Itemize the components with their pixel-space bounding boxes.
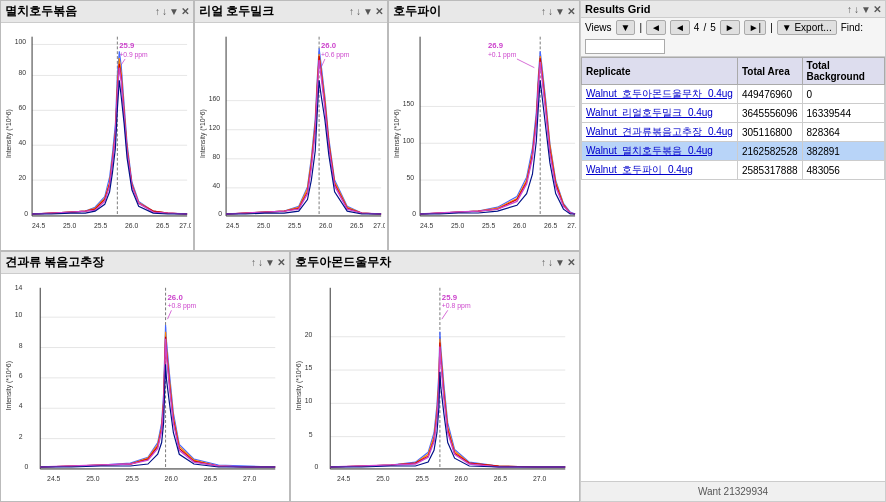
menu-icon[interactable]: ▼	[861, 4, 871, 15]
svg-text:25.9: 25.9	[442, 293, 458, 302]
svg-text:26.0: 26.0	[165, 475, 179, 482]
close-icon[interactable]: ✕	[873, 4, 881, 15]
menu-icon[interactable]: ▼	[169, 6, 179, 17]
svg-text:100: 100	[403, 137, 415, 144]
pin-icon[interactable]: ↑	[541, 257, 546, 268]
col-total-bg[interactable]: Total Background	[802, 58, 884, 85]
panel5-title: 호두아몬드울무차	[295, 254, 391, 271]
panel5-chart: Intensity (*10^6) 0 5 10 15 20 24.5 25.0…	[291, 274, 579, 488]
cell-replicate[interactable]: Walnut_리얼호두밀크_0.4ug	[582, 104, 738, 123]
find-label: Find:	[841, 22, 863, 33]
results-grid-panel: Results Grid ↑ ↓ ▼ ✕ Views ▼ | ◄ ◄ 4 / 5…	[580, 0, 886, 502]
svg-text:80: 80	[213, 153, 221, 160]
page-total: 5	[710, 22, 716, 33]
arrow-icon[interactable]: ↓	[548, 6, 553, 17]
svg-text:24.5: 24.5	[32, 222, 45, 229]
prev-btn2[interactable]: ◄	[670, 20, 690, 35]
pipe-sep2: |	[770, 22, 773, 33]
svg-text:100: 100	[15, 38, 27, 45]
svg-text:26.5: 26.5	[204, 475, 218, 482]
arrow-icon[interactable]: ↓	[258, 257, 263, 268]
table-row[interactable]: Walnut_견과류볶음고추장_0.4ug305116800828364	[582, 123, 885, 142]
svg-text:60: 60	[19, 104, 27, 111]
table-row[interactable]: Walnut_멸치호두볶음_0.4ug2162582528382891	[582, 142, 885, 161]
col-total-area[interactable]: Total Area	[737, 58, 802, 85]
svg-text:26.5: 26.5	[494, 475, 508, 482]
cell-replicate[interactable]: Walnut_견과류볶음고추장_0.4ug	[582, 123, 738, 142]
svg-line-98	[168, 310, 172, 319]
close-icon[interactable]: ✕	[375, 6, 383, 17]
top-row: 멸치호두볶음 ↑ ↓ ▼ ✕ Intensity (*10^6) 0 20	[0, 0, 580, 251]
svg-text:26.5: 26.5	[156, 222, 169, 229]
arrow-icon[interactable]: ↓	[548, 257, 553, 268]
svg-line-122	[442, 310, 448, 319]
panel1-svg: Intensity (*10^6) 0 20 40 60 80 100 24.5…	[3, 27, 191, 231]
pin-icon[interactable]: ↑	[155, 6, 160, 17]
prev-page-btn[interactable]: ◄	[646, 20, 666, 35]
table-row[interactable]: Walnut_호두아몬드울무차_0.4ug4494769600	[582, 85, 885, 104]
last-btn[interactable]: ►|	[744, 20, 767, 35]
results-toolbar: Views ▼ | ◄ ◄ 4 / 5 ► ►| | ▼ Export... F…	[581, 18, 885, 57]
svg-text:6: 6	[19, 372, 23, 379]
svg-text:0: 0	[218, 210, 222, 217]
replicate-link[interactable]: Walnut_리얼호두밀크_0.4ug	[586, 107, 713, 118]
svg-text:4: 4	[19, 402, 23, 409]
page-sep: /	[703, 22, 706, 33]
svg-text:25.5: 25.5	[482, 222, 495, 229]
arrow-icon[interactable]: ↓	[854, 4, 859, 15]
cell-replicate[interactable]: Walnut_멸치호두볶음_0.4ug	[582, 142, 738, 161]
replicate-link[interactable]: Walnut_호두아몬드울무차_0.4ug	[586, 88, 733, 99]
cell-replicate[interactable]: Walnut_호두아몬드울무차_0.4ug	[582, 85, 738, 104]
cell-total-area: 305116800	[737, 123, 802, 142]
replicate-link[interactable]: Walnut_호두파이_0.4ug	[586, 164, 693, 175]
want-text-bar: Want 21329934	[581, 481, 885, 501]
results-controls[interactable]: ↑ ↓ ▼ ✕	[847, 4, 881, 15]
menu-icon[interactable]: ▼	[555, 6, 565, 17]
panel2-controls[interactable]: ↑ ↓ ▼ ✕	[349, 6, 383, 17]
col-replicate[interactable]: Replicate	[582, 58, 738, 85]
pin-icon[interactable]: ↑	[541, 6, 546, 17]
svg-text:27.0: 27.0	[533, 475, 547, 482]
cell-total-bg: 483056	[802, 161, 884, 180]
views-filter-btn[interactable]: ▼	[616, 20, 636, 35]
svg-text:25.0: 25.0	[376, 475, 390, 482]
cell-replicate[interactable]: Walnut_호두파이_0.4ug	[582, 161, 738, 180]
svg-text:14: 14	[15, 284, 23, 291]
replicate-link[interactable]: Walnut_멸치호두볶음_0.4ug	[586, 145, 713, 156]
svg-text:27.0: 27.0	[567, 222, 577, 229]
arrow-icon[interactable]: ↓	[162, 6, 167, 17]
menu-icon[interactable]: ▼	[555, 257, 565, 268]
close-icon[interactable]: ✕	[567, 6, 575, 17]
table-row[interactable]: Walnut_호두파이_0.4ug2585317888483056	[582, 161, 885, 180]
pin-icon[interactable]: ↑	[349, 6, 354, 17]
next-btn[interactable]: ►	[720, 20, 740, 35]
svg-text:5: 5	[309, 431, 313, 438]
export-btn[interactable]: ▼ Export...	[777, 20, 837, 35]
svg-text:25.0: 25.0	[257, 222, 270, 229]
svg-text:26.0: 26.0	[321, 41, 336, 50]
menu-icon[interactable]: ▼	[363, 6, 373, 17]
panel3-controls[interactable]: ↑ ↓ ▼ ✕	[541, 6, 575, 17]
menu-icon[interactable]: ▼	[265, 257, 275, 268]
panel1-controls[interactable]: ↑ ↓ ▼ ✕	[155, 6, 189, 17]
pin-icon[interactable]: ↑	[251, 257, 256, 268]
close-icon[interactable]: ✕	[181, 6, 189, 17]
panel5-controls[interactable]: ↑ ↓ ▼ ✕	[541, 257, 575, 268]
panel3-chart: Intensity (*10^6) 0 50 100 150 24.5 25.0…	[389, 23, 579, 234]
close-icon[interactable]: ✕	[567, 257, 575, 268]
panel4-controls[interactable]: ↑ ↓ ▼ ✕	[251, 257, 285, 268]
bottom-row: 견과류 볶음고추장 ↑ ↓ ▼ ✕ Intensity (*10^6) 0 2 …	[0, 251, 580, 502]
replicate-link[interactable]: Walnut_견과류볶음고추장_0.4ug	[586, 126, 733, 137]
table-row[interactable]: Walnut_리얼호두밀크_0.4ug364555609616339544	[582, 104, 885, 123]
find-input[interactable]	[585, 39, 665, 54]
close-icon[interactable]: ✕	[277, 257, 285, 268]
panel-title-bar-5: 호두아몬드울무차 ↑ ↓ ▼ ✕	[291, 252, 579, 274]
svg-text:24.5: 24.5	[226, 222, 239, 229]
panel-pie: 호두파이 ↑ ↓ ▼ ✕ Intensity (*10^6) 0 50 100 …	[388, 0, 580, 251]
panel1-title: 멸치호두볶음	[5, 3, 77, 20]
svg-text:40: 40	[19, 139, 27, 146]
arrow-icon[interactable]: ↓	[356, 6, 361, 17]
svg-text:+0.8 ppm: +0.8 ppm	[168, 302, 197, 310]
results-scrollarea[interactable]: Replicate Total Area Total Background Wa…	[581, 57, 885, 481]
pin-icon[interactable]: ↑	[847, 4, 852, 15]
